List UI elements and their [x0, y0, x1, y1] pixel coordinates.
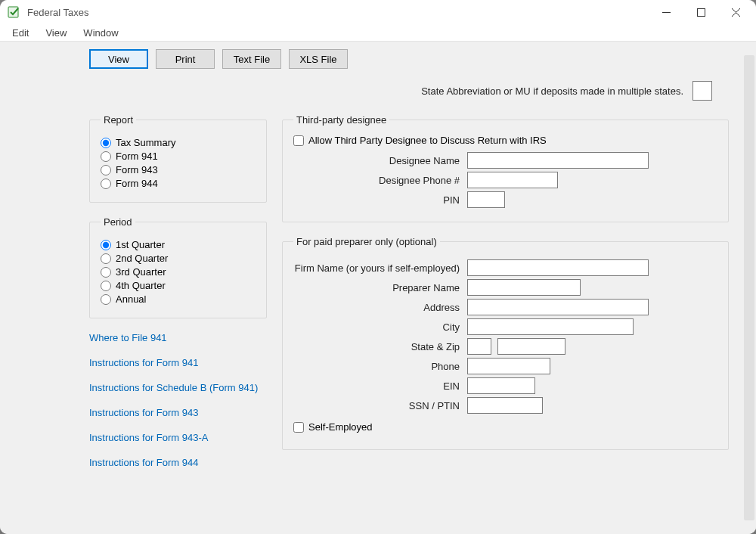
report-option-form-944[interactable]: Form 944 — [101, 178, 256, 189]
period-option-q1[interactable]: 1st Quarter — [101, 239, 256, 250]
svg-rect-2 — [697, 8, 705, 16]
text-file-button[interactable]: Text File — [222, 49, 281, 69]
firm-name-label: Firm Name (or yours if self-employed) — [293, 262, 467, 274]
designee-name-label: Designee Name — [293, 155, 467, 166]
ssn-ptin-input[interactable] — [467, 397, 543, 414]
link-instructions-941[interactable]: Instructions for Form 941 — [89, 357, 267, 368]
address-label: Address — [293, 302, 467, 313]
maximize-button[interactable] — [683, 0, 718, 24]
link-instructions-943[interactable]: Instructions for Form 943 — [89, 407, 267, 418]
address-input[interactable] — [467, 299, 649, 315]
allow-third-party-row[interactable]: Allow Third Party Designee to Discuss Re… — [293, 135, 717, 146]
pin-input[interactable] — [467, 191, 505, 208]
period-option-q2[interactable]: 2nd Quarter — [101, 253, 256, 264]
period-label: 1st Quarter — [116, 239, 165, 250]
period-label: Annual — [116, 293, 146, 305]
report-radio-form-943[interactable] — [101, 165, 111, 175]
report-label: Form 941 — [116, 151, 158, 162]
period-radio-q2[interactable] — [101, 253, 111, 264]
preparer-legend: For paid preparer only (optional) — [293, 236, 440, 247]
menubar: Edit View Window — [0, 24, 756, 41]
allow-third-party-checkbox[interactable] — [293, 135, 304, 146]
period-radio-q4[interactable] — [101, 281, 111, 291]
pin-label: PIN — [293, 194, 467, 206]
report-label: Form 943 — [116, 164, 158, 175]
report-radio-tax-summary[interactable] — [101, 138, 111, 148]
menu-edit[interactable]: Edit — [5, 26, 36, 40]
toolbar: View Print Text File XLS File — [0, 49, 742, 69]
period-option-annual[interactable]: Annual — [101, 293, 256, 305]
vertical-scrollbar[interactable] — [742, 42, 756, 534]
city-input[interactable] — [467, 318, 634, 335]
report-option-tax-summary[interactable]: Tax Summary — [101, 137, 256, 148]
self-employed-label: Self-Employed — [308, 421, 373, 433]
designee-phone-label: Designee Phone # — [293, 175, 467, 186]
period-label: 2nd Quarter — [116, 253, 168, 264]
app-icon — [8, 5, 21, 19]
firm-name-input[interactable] — [467, 259, 649, 276]
window-title: Federal Taxes — [27, 7, 88, 18]
minimize-button[interactable] — [649, 0, 683, 24]
scrollbar-thumb[interactable] — [744, 55, 754, 520]
print-button[interactable]: Print — [156, 49, 215, 69]
self-employed-row[interactable]: Self-Employed — [293, 421, 717, 433]
period-radio-q1[interactable] — [101, 240, 111, 250]
xls-file-button[interactable]: XLS File — [289, 49, 348, 69]
designee-name-input[interactable] — [467, 152, 649, 169]
app-window: Federal Taxes Edit View Window View Prin… — [0, 0, 756, 534]
report-option-form-941[interactable]: Form 941 — [101, 151, 256, 162]
view-button[interactable]: View — [89, 49, 148, 69]
link-instructions-schedule-b-941[interactable]: Instructions for Schedule B (Form 941) — [89, 382, 267, 393]
preparer-name-input[interactable] — [467, 279, 581, 296]
period-option-q4[interactable]: 4th Quarter — [101, 280, 256, 291]
period-label: 3rd Quarter — [116, 266, 166, 278]
titlebar: Federal Taxes — [0, 0, 756, 24]
content-area: View Print Text File XLS File State Abbr… — [0, 41, 756, 534]
period-group: Period 1st Quarter 2nd Quarter 3rd Quart… — [89, 216, 267, 318]
link-instructions-944[interactable]: Instructions for Form 944 — [89, 457, 267, 468]
svg-rect-0 — [8, 7, 18, 17]
phone-input[interactable] — [467, 358, 550, 374]
state-input[interactable] — [467, 338, 491, 355]
zip-input[interactable] — [497, 338, 565, 355]
report-group: Report Tax Summary Form 941 Form 943 — [89, 114, 267, 203]
period-legend: Period — [101, 216, 135, 228]
phone-label: Phone — [293, 361, 467, 372]
report-label: Tax Summary — [116, 137, 175, 148]
ssn-ptin-label: SSN / PTIN — [293, 400, 467, 411]
period-radio-q3[interactable] — [101, 267, 111, 278]
state-zip-label: State & Zip — [293, 341, 467, 352]
menu-window[interactable]: Window — [76, 26, 125, 40]
link-instructions-943a[interactable]: Instructions for Form 943-A — [89, 432, 267, 443]
report-legend: Report — [101, 114, 136, 126]
allow-third-party-label: Allow Third Party Designee to Discuss Re… — [308, 135, 547, 146]
report-label: Form 944 — [116, 178, 158, 189]
state-abbrev-input[interactable] — [692, 81, 712, 101]
period-option-q3[interactable]: 3rd Quarter — [101, 266, 256, 278]
period-label: 4th Quarter — [116, 280, 166, 291]
period-radio-annual[interactable] — [101, 294, 111, 305]
help-links: Where to File 941 Instructions for Form … — [89, 332, 267, 468]
preparer-name-label: Preparer Name — [293, 282, 467, 293]
state-abbrev-row: State Abbreviation or MU if deposits mad… — [0, 81, 742, 101]
ein-label: EIN — [293, 380, 467, 392]
scroll-region: View Print Text File XLS File State Abbr… — [0, 42, 742, 534]
ein-input[interactable] — [467, 377, 535, 394]
report-radio-form-941[interactable] — [101, 151, 111, 162]
menu-view[interactable]: View — [38, 26, 74, 40]
report-option-form-943[interactable]: Form 943 — [101, 164, 256, 175]
close-button[interactable] — [718, 0, 753, 24]
city-label: City — [293, 321, 467, 333]
report-radio-form-944[interactable] — [101, 179, 111, 189]
self-employed-checkbox[interactable] — [293, 422, 304, 433]
state-abbrev-label: State Abbreviation or MU if deposits mad… — [421, 85, 683, 97]
preparer-group: For paid preparer only (optional) Firm N… — [282, 236, 729, 450]
designee-phone-input[interactable] — [467, 172, 558, 188]
third-party-group: Third-party designee Allow Third Party D… — [282, 114, 729, 222]
third-party-legend: Third-party designee — [293, 114, 389, 126]
link-where-to-file-941[interactable]: Where to File 941 — [89, 332, 267, 343]
